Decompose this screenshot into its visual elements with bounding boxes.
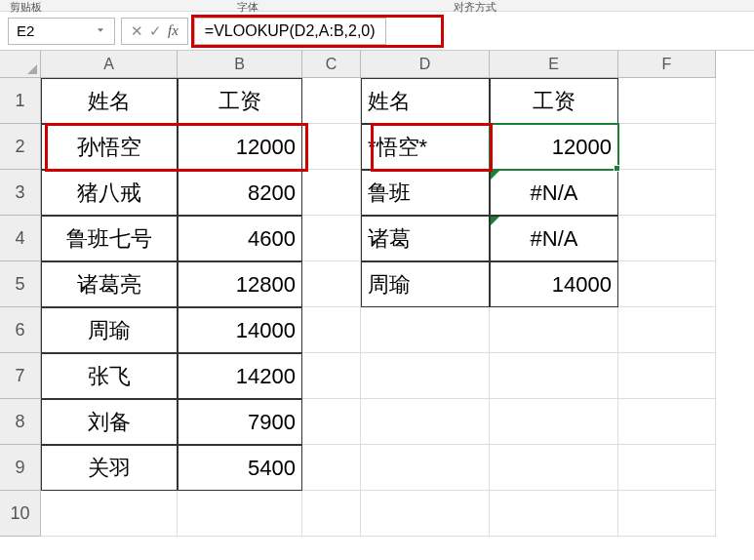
cell-F2[interactable]: [618, 124, 716, 170]
cell-E10[interactable]: [490, 491, 618, 537]
cell-D5[interactable]: 周瑜: [361, 261, 490, 307]
cell-C2[interactable]: [302, 124, 361, 170]
cell-E4[interactable]: #N/A: [490, 216, 618, 261]
cell-E2[interactable]: 12000: [490, 124, 618, 170]
cell-B7[interactable]: 14200: [178, 353, 302, 399]
row-header-8[interactable]: 8: [0, 399, 41, 445]
cell-F10[interactable]: [618, 491, 716, 537]
cell-F4[interactable]: [618, 216, 716, 261]
cell-D4[interactable]: 诸葛: [361, 216, 490, 261]
column-header-D[interactable]: D: [361, 51, 490, 78]
cell-F9[interactable]: [618, 445, 716, 491]
row-header-2[interactable]: 2: [0, 124, 41, 170]
column-header-A[interactable]: A: [41, 51, 178, 78]
cell-B3[interactable]: 8200: [178, 170, 302, 216]
cell-B8[interactable]: 7900: [178, 399, 302, 445]
formula-bar: E2 ✕ ✓ fx =VLOOKUP(D2,A:B,2,0): [0, 12, 754, 51]
cell-B6[interactable]: 14000: [178, 307, 302, 353]
cell-D2[interactable]: *悟空*: [361, 124, 490, 170]
formula-text: =VLOOKUP(D2,A:B,2,0): [205, 22, 376, 40]
cell-C6[interactable]: [302, 307, 361, 353]
row-header-1[interactable]: 1: [0, 78, 41, 124]
chevron-down-icon[interactable]: [95, 23, 106, 39]
name-box[interactable]: E2: [8, 18, 115, 45]
cell-B9[interactable]: 5400: [178, 445, 302, 491]
cell-B4[interactable]: 4600: [178, 216, 302, 261]
fx-icon[interactable]: fx: [168, 22, 179, 39]
cell-A10[interactable]: [41, 491, 178, 537]
column-header-E[interactable]: E: [490, 51, 618, 78]
row-header-10[interactable]: 10: [0, 491, 41, 537]
row-header-4[interactable]: 4: [0, 216, 41, 261]
row-header-5[interactable]: 5: [0, 261, 41, 307]
cell-B1[interactable]: 工资: [178, 78, 302, 124]
select-all-corner[interactable]: [0, 51, 41, 78]
column-header-F[interactable]: F: [618, 51, 716, 78]
cell-B2[interactable]: 12000: [178, 124, 302, 170]
cell-E3[interactable]: #N/A: [490, 170, 618, 216]
cell-B5[interactable]: 12800: [178, 261, 302, 307]
fill-handle[interactable]: [614, 165, 620, 172]
cell-F3[interactable]: [618, 170, 716, 216]
cell-A8[interactable]: 刘备: [41, 399, 178, 445]
cell-C4[interactable]: [302, 216, 361, 261]
cell-D3[interactable]: 鲁班: [361, 170, 490, 216]
row-header-6[interactable]: 6: [0, 307, 41, 353]
name-box-value: E2: [17, 22, 34, 39]
ribbon-group-clipboard: 剪贴板: [10, 0, 42, 11]
row-header-9[interactable]: 9: [0, 445, 41, 491]
cell-A6[interactable]: 周瑜: [41, 307, 178, 353]
cell-F8[interactable]: [618, 399, 716, 445]
row-header-3[interactable]: 3: [0, 170, 41, 216]
cell-D7[interactable]: [361, 353, 490, 399]
cell-A1[interactable]: 姓名: [41, 78, 178, 124]
cell-B10[interactable]: [178, 491, 302, 537]
cell-F1[interactable]: [618, 78, 716, 124]
formula-input[interactable]: =VLOOKUP(D2,A:B,2,0): [194, 18, 386, 45]
ribbon-group-labels: 剪贴板 字体 对齐方式: [0, 0, 754, 12]
cell-E6[interactable]: [490, 307, 618, 353]
cell-D8[interactable]: [361, 399, 490, 445]
cell-C9[interactable]: [302, 445, 361, 491]
cell-C1[interactable]: [302, 78, 361, 124]
cell-C5[interactable]: [302, 261, 361, 307]
formula-buttons: ✕ ✓ fx: [121, 18, 188, 45]
cell-E7[interactable]: [490, 353, 618, 399]
row-header-7[interactable]: 7: [0, 353, 41, 399]
cell-D10[interactable]: [361, 491, 490, 537]
cell-F7[interactable]: [618, 353, 716, 399]
cell-A5[interactable]: 诸葛亮: [41, 261, 178, 307]
enter-icon[interactable]: ✓: [149, 22, 162, 40]
cell-D1[interactable]: 姓名: [361, 78, 490, 124]
column-header-C[interactable]: C: [302, 51, 361, 78]
cell-C3[interactable]: [302, 170, 361, 216]
cell-E1[interactable]: 工资: [490, 78, 618, 124]
cell-D6[interactable]: [361, 307, 490, 353]
ribbon-group-font: 字体: [237, 0, 258, 11]
column-header-B[interactable]: B: [178, 51, 302, 78]
cancel-icon[interactable]: ✕: [131, 22, 143, 40]
cell-A2[interactable]: 孙悟空: [41, 124, 178, 170]
cell-C10[interactable]: [302, 491, 361, 537]
cell-C7[interactable]: [302, 353, 361, 399]
cell-A3[interactable]: 猪八戒: [41, 170, 178, 216]
ribbon-group-align: 对齐方式: [454, 0, 496, 11]
cell-A9[interactable]: 关羽: [41, 445, 178, 491]
cell-F5[interactable]: [618, 261, 716, 307]
spreadsheet: ABCDEF 1姓名工资姓名工资2孙悟空12000*悟空*120003猪八戒82…: [0, 51, 754, 537]
cell-C8[interactable]: [302, 399, 361, 445]
cell-F6[interactable]: [618, 307, 716, 353]
cell-A7[interactable]: 张飞: [41, 353, 178, 399]
error-indicator-icon[interactable]: [491, 217, 499, 225]
error-indicator-icon[interactable]: [491, 171, 499, 180]
cell-E9[interactable]: [490, 445, 618, 491]
cell-D9[interactable]: [361, 445, 490, 491]
cell-E5[interactable]: 14000: [490, 261, 618, 307]
cell-A4[interactable]: 鲁班七号: [41, 216, 178, 261]
cell-E8[interactable]: [490, 399, 618, 445]
